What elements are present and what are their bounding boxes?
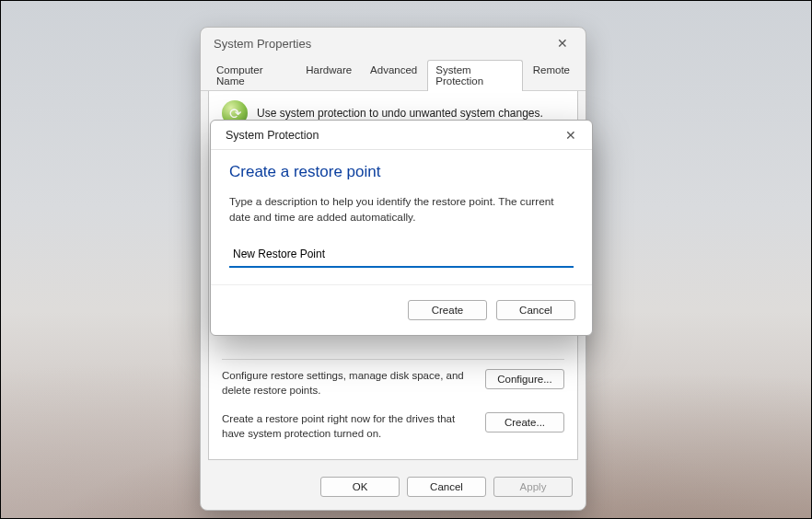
create-restore-point-dialog: System Protection ✕ Create a restore poi… [210, 120, 593, 336]
configure-row: Configure restore settings, manage disk … [222, 360, 564, 403]
close-icon[interactable]: ✕ [549, 32, 576, 54]
configure-desc: Configure restore settings, manage disk … [222, 369, 472, 398]
modal-create-button[interactable]: Create [408, 300, 487, 320]
create-row: Create a restore point right now for the… [222, 403, 564, 446]
modal-titlebar: System Protection ✕ [211, 121, 592, 150]
sysprops-titlebar: System Properties ✕ [201, 28, 586, 59]
tab-remote[interactable]: Remote [525, 60, 578, 91]
modal-heading: Create a restore point [229, 163, 574, 181]
modal-footer: Create Cancel [211, 284, 592, 335]
cancel-button[interactable]: Cancel [407, 477, 486, 497]
configure-button[interactable]: Configure... [485, 369, 564, 389]
tab-system-protection[interactable]: System Protection [427, 60, 522, 91]
sysprops-footer: OK Cancel Apply [201, 467, 586, 510]
intro-text: Use system protection to undo unwanted s… [257, 107, 543, 120]
apply-button: Apply [493, 477, 573, 497]
create-button[interactable]: Create... [485, 412, 564, 432]
modal-body: Create a restore point Type a descriptio… [211, 150, 592, 284]
close-icon[interactable]: ✕ [557, 124, 585, 146]
create-desc: Create a restore point right now for the… [222, 412, 472, 441]
modal-title: System Protection [226, 129, 319, 142]
tab-computer-name[interactable]: Computer Name [208, 60, 296, 91]
restore-point-name-input[interactable] [229, 242, 574, 268]
ok-button[interactable]: OK [320, 477, 400, 497]
modal-instructions: Type a description to help you identify … [229, 194, 574, 225]
modal-cancel-button[interactable]: Cancel [496, 300, 575, 320]
sysprops-title: System Properties [214, 37, 311, 51]
tab-hardware[interactable]: Hardware [297, 60, 360, 91]
tabstrip: Computer Name Hardware Advanced System P… [201, 59, 586, 91]
tab-advanced[interactable]: Advanced [362, 60, 425, 91]
